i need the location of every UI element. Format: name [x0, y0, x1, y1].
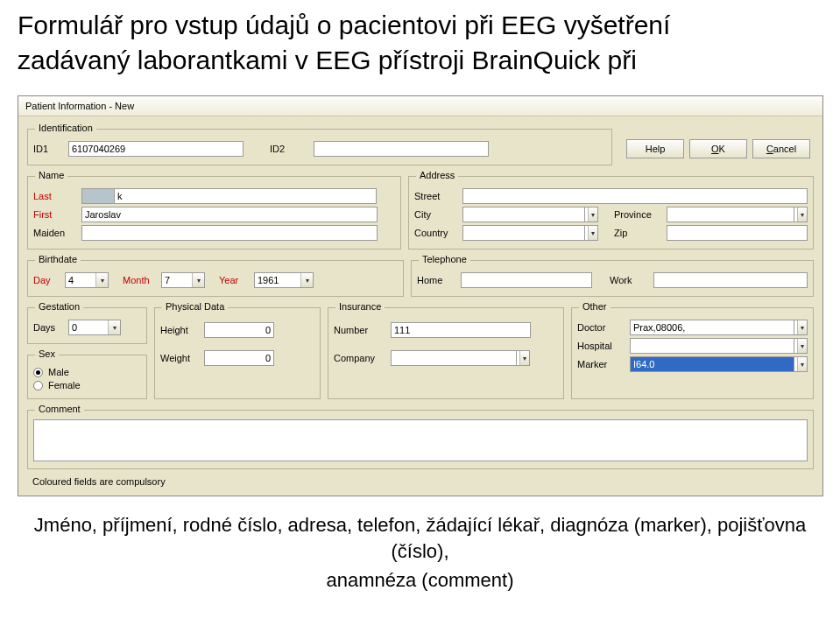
chevron-down-icon: ▾: [108, 320, 120, 334]
first-input[interactable]: [81, 207, 378, 222]
home-input[interactable]: [461, 272, 592, 288]
cancel-mnemonic: C: [766, 144, 773, 154]
chevron-down-icon: ▾: [797, 320, 807, 334]
gestation-days-value: 0: [72, 322, 108, 333]
id2-input[interactable]: [314, 141, 489, 157]
radio-icon: [33, 381, 43, 390]
telephone-legend: Telephone: [419, 254, 470, 264]
cancel-button[interactable]: Cancel: [752, 139, 810, 158]
day-combo[interactable]: 4▾: [65, 272, 109, 288]
dialog-window: Patient Information - New Identification…: [18, 95, 823, 496]
chevron-down-icon: ▾: [797, 339, 807, 353]
chevron-down-icon: ▾: [797, 357, 807, 371]
gestation-group: Gestation Days 0▾: [27, 307, 147, 344]
chevron-down-icon: ▾: [192, 273, 204, 287]
insurance-legend: Insurance: [335, 301, 385, 312]
physical-group: Physical Data Height Weight: [154, 307, 321, 399]
maiden-label: Maiden: [33, 228, 81, 238]
day-value: 4: [68, 275, 95, 285]
insurance-group: Insurance Number Company ▾: [328, 307, 564, 399]
page-title: Formulář pro vstup údajů o pacientovi př…: [0, 0, 840, 44]
month-combo[interactable]: 7▾: [161, 272, 205, 288]
ok-mnemonic: O: [711, 144, 719, 154]
ok-rest: K: [719, 144, 725, 154]
doctor-input[interactable]: [630, 320, 794, 335]
last-label: Last: [33, 191, 81, 201]
country-input[interactable]: [462, 225, 585, 241]
chevron-down-icon: ▾: [588, 207, 597, 222]
zip-input[interactable]: [667, 225, 808, 241]
hospital-combo[interactable]: ▾: [794, 338, 808, 354]
marker-label: Marker: [577, 359, 630, 369]
sex-male-radio[interactable]: Male: [33, 367, 141, 377]
year-combo[interactable]: 1961▾: [254, 272, 314, 288]
ok-button[interactable]: OK: [689, 139, 747, 158]
year-label: Year: [219, 275, 254, 285]
city-combo[interactable]: ▾: [584, 207, 598, 222]
id1-input[interactable]: [68, 141, 244, 157]
birthdate-group: Birthdate Day 4▾ Month 7▾ Year 1961▾: [27, 260, 404, 297]
chevron-down-icon: ▾: [519, 351, 529, 365]
insurance-company-label: Company: [334, 353, 391, 363]
hospital-input[interactable]: [630, 338, 794, 354]
compulsory-hint: Coloured fields are compulsory: [24, 469, 817, 490]
address-legend: Address: [416, 170, 458, 180]
gestation-days-label: Days: [33, 322, 68, 333]
sex-legend: Sex: [35, 348, 59, 359]
height-label: Height: [160, 325, 204, 335]
weight-input[interactable]: [204, 350, 274, 366]
other-legend: Other: [579, 301, 611, 312]
home-label: Home: [417, 275, 461, 285]
year-value: 1961: [258, 275, 300, 285]
identification-group: Identification ID1 ID2: [27, 129, 612, 165]
gestation-days-combo[interactable]: 0▾: [68, 320, 121, 335]
last-input-shade[interactable]: [81, 188, 115, 204]
help-button[interactable]: Help: [626, 139, 684, 158]
identification-legend: Identification: [35, 123, 96, 133]
sex-group: Sex Male Female: [27, 355, 147, 399]
male-label: Male: [48, 367, 69, 377]
comment-group: Comment: [27, 410, 814, 469]
work-input[interactable]: [653, 272, 808, 288]
work-label: Work: [610, 275, 653, 285]
insurance-company-combo[interactable]: ▾: [516, 350, 530, 366]
sex-female-radio[interactable]: Female: [33, 380, 141, 390]
street-input[interactable]: [462, 188, 808, 204]
chevron-down-icon: ▾: [588, 226, 597, 240]
marker-input[interactable]: [630, 356, 794, 372]
first-label: First: [33, 209, 81, 220]
doctor-label: Doctor: [577, 322, 630, 333]
height-input[interactable]: [204, 322, 274, 338]
country-label: Country: [414, 228, 462, 238]
month-value: 7: [165, 275, 192, 285]
marker-combo[interactable]: ▾: [794, 356, 808, 372]
insurance-number-label: Number: [334, 325, 391, 335]
page-footer-line2: anamnéza (comment): [0, 567, 840, 594]
last-input[interactable]: [114, 188, 377, 204]
radio-icon: [33, 368, 43, 377]
maiden-input[interactable]: [81, 225, 378, 241]
city-label: City: [414, 209, 462, 220]
country-combo[interactable]: ▾: [584, 225, 598, 241]
chevron-down-icon: ▾: [797, 207, 807, 222]
city-input[interactable]: [462, 207, 585, 222]
insurance-number-input[interactable]: [391, 322, 531, 338]
street-label: Street: [414, 191, 462, 201]
telephone-group: Telephone Home Work: [411, 260, 814, 297]
address-group: Address Street City ▾ Province ▾ Country: [408, 176, 814, 250]
insurance-company-input[interactable]: [391, 350, 517, 366]
doctor-combo[interactable]: ▾: [794, 320, 808, 335]
comment-legend: Comment: [35, 404, 84, 414]
province-label: Province: [614, 209, 667, 220]
physical-legend: Physical Data: [162, 301, 228, 312]
cancel-rest: ancel: [773, 144, 796, 154]
id1-label: ID1: [33, 144, 68, 154]
comment-textarea[interactable]: [33, 419, 808, 461]
name-legend: Name: [35, 170, 67, 180]
province-input[interactable]: [667, 207, 794, 222]
chevron-down-icon: ▾: [300, 273, 313, 287]
weight-label: Weight: [160, 353, 204, 363]
birthdate-legend: Birthdate: [35, 254, 81, 264]
other-group: Other Doctor ▾ Hospital ▾ Marker ▾: [571, 307, 814, 399]
province-combo[interactable]: ▾: [794, 207, 808, 222]
